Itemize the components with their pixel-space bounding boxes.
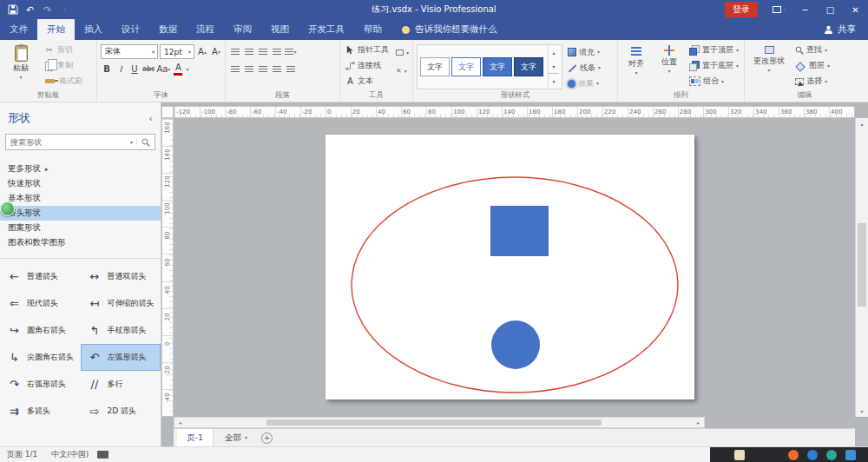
tell-me-box[interactable]: 告诉我你想要做什么	[391, 19, 508, 40]
align-middle-button[interactable]	[243, 63, 255, 76]
fill-button[interactable]: 填充▾	[566, 45, 602, 59]
find-button[interactable]: 查找▾	[793, 43, 832, 57]
stencil-category[interactable]: 更多形状 ▸	[0, 162, 161, 176]
add-page-button[interactable]: +	[261, 432, 273, 444]
ribbon-tab[interactable]: 插入	[75, 19, 112, 40]
keyboard-icon[interactable]	[97, 451, 108, 459]
tray-icon[interactable]	[845, 450, 856, 460]
shape-master[interactable]: ∕∕ 多行	[81, 371, 161, 398]
share-button[interactable]: 共享	[812, 19, 868, 40]
all-pages-button[interactable]: 全部▾	[217, 432, 255, 444]
scroll-down-button[interactable]: ▾	[856, 406, 868, 417]
shape-master[interactable]: ↳ 尖圆角右箭头	[0, 344, 81, 371]
stencil-category[interactable]: 基本形状	[0, 191, 161, 206]
ribbon-tab[interactable]: 设计	[112, 19, 149, 40]
ribbon-tab[interactable]: 审阅	[224, 19, 261, 40]
vertical-scroll-track[interactable]	[856, 129, 868, 406]
customize-qat-button[interactable]: ▾	[57, 2, 72, 17]
shape-master[interactable]: ↤ 可伸缩的箭头	[81, 290, 161, 317]
ribbon-tab[interactable]: 视图	[261, 19, 299, 40]
shape-master[interactable]: ↶ 左弧形箭头	[81, 344, 161, 371]
stencil-category[interactable]: 图案形状	[0, 221, 161, 235]
undo-button[interactable]: ↶	[23, 2, 37, 17]
search-icon[interactable]	[141, 138, 150, 147]
scroll-left-button[interactable]: ◂	[174, 418, 186, 427]
connector-tool-button[interactable]: 连接线	[344, 58, 391, 73]
change-case-button[interactable]: Aa▾	[156, 63, 170, 76]
shape-style-swatch[interactable]: 文字	[420, 57, 450, 76]
ribbon-tab[interactable]: 流程	[187, 19, 224, 40]
connection-point-button[interactable]: ✕▾	[394, 63, 411, 78]
stencil-category[interactable]: 箭头形状	[0, 206, 161, 221]
font-name-combo[interactable]: 宋体▾	[101, 44, 158, 59]
gallery-more-button[interactable]: ▾	[549, 73, 559, 88]
scroll-up-button[interactable]: ▴	[856, 118, 868, 129]
stencil-category[interactable]: 快速形状	[0, 176, 161, 191]
vertical-scroll-thumb[interactable]	[858, 223, 866, 306]
search-options-caret[interactable]: ▾	[127, 139, 137, 145]
tray-icon[interactable]	[807, 450, 818, 460]
send-to-back-button[interactable]: 置于底层▾	[687, 58, 740, 73]
tray-icon[interactable]	[788, 450, 799, 460]
increase-indent-button[interactable]	[285, 63, 297, 76]
square-shape[interactable]	[490, 206, 549, 256]
italic-button[interactable]: I	[115, 63, 127, 76]
underline-button[interactable]: U	[128, 63, 141, 76]
maximize-button[interactable]: □	[818, 0, 843, 19]
select-button[interactable]: 选择▾	[793, 74, 832, 89]
tray-icon[interactable]	[826, 450, 837, 460]
format-painter-button[interactable]: 格式刷	[42, 74, 84, 89]
text-tool-button[interactable]: A 文本	[344, 74, 391, 89]
shape-master[interactable]: ← 普通箭头	[0, 263, 81, 290]
shrink-font-button[interactable]: A▾	[210, 45, 222, 58]
font-size-combo[interactable]: 12pt▾	[160, 44, 194, 59]
ribbon-tab[interactable]: 数据	[149, 19, 187, 40]
vertical-scrollbar[interactable]: ▴ ▾	[855, 118, 868, 417]
align-button[interactable]: 对齐 ▾	[621, 43, 651, 90]
layers-button[interactable]: 图层▾	[793, 58, 832, 73]
shape-master[interactable]: ⇐ 现代箭头	[0, 290, 81, 317]
shape-master[interactable]: ↔ 普通双箭头	[81, 263, 161, 290]
shape-search-input[interactable]	[10, 138, 127, 147]
scroll-right-button[interactable]: ▸	[693, 418, 704, 427]
horizontal-scrollbar[interactable]: ◂ ▸	[174, 417, 705, 428]
cut-button[interactable]: ✂剪切	[42, 43, 84, 57]
effects-button[interactable]: 效果▾	[566, 76, 602, 90]
shape-master[interactable]: ⇨ 2D 箭头	[81, 398, 161, 425]
gallery-up-button[interactable]: ▴	[549, 46, 559, 60]
position-button[interactable]: 位置 ▾	[654, 43, 684, 90]
justify-button[interactable]	[271, 46, 283, 58]
shape-master[interactable]: ↪ 圆角右箭头	[0, 317, 81, 344]
rectangle-tool-button[interactable]: ▾	[394, 45, 411, 60]
shape-master[interactable]: ↷ 右弧形箭头	[0, 371, 81, 398]
ribbon-display-options-button[interactable]: ▾	[766, 0, 792, 19]
ribbon-tab[interactable]: 开始	[37, 19, 75, 40]
align-left-button[interactable]	[229, 46, 241, 58]
drawing-page[interactable]	[326, 135, 694, 399]
align-top-button[interactable]	[229, 63, 241, 76]
ribbon-tab[interactable]: 文件	[0, 19, 37, 40]
ribbon-tab[interactable]: 开发工具	[299, 19, 354, 40]
copy-button[interactable]: 复制	[42, 58, 84, 73]
horizontal-scroll-thumb[interactable]	[266, 419, 601, 426]
bold-button[interactable]: B	[101, 63, 113, 76]
paste-button[interactable]: 粘贴 ▾	[3, 43, 38, 90]
bring-to-front-button[interactable]: 置于顶层▾	[687, 43, 740, 57]
drawing-surface[interactable]	[174, 118, 855, 417]
shape-style-swatch[interactable]: 文字	[451, 57, 481, 76]
strikethrough-button[interactable]: abc	[142, 63, 155, 76]
pointer-tool-button[interactable]: 指针工具	[344, 43, 391, 57]
gallery-down-button[interactable]: ▾	[549, 60, 559, 74]
ribbon-tab[interactable]: 帮助	[354, 19, 391, 40]
minimize-button[interactable]: ─	[792, 0, 818, 19]
stencil-category[interactable]: 图表和数学图形	[0, 235, 161, 250]
redo-button[interactable]: ↷	[40, 2, 55, 17]
tray-icon[interactable]	[734, 450, 745, 460]
shape-style-swatch[interactable]: 文字	[514, 57, 543, 76]
align-right-button[interactable]	[257, 46, 269, 58]
group-button[interactable]: 组合▾	[687, 74, 740, 89]
decrease-indent-button[interactable]	[271, 63, 283, 76]
page-tab-1[interactable]: 页-1	[177, 429, 214, 446]
align-bottom-button[interactable]	[257, 63, 269, 76]
sign-in-button[interactable]: 登录	[725, 2, 758, 17]
